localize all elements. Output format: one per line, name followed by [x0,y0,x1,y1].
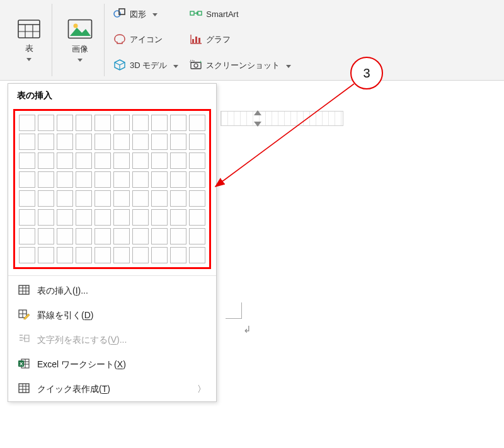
menu-draw-table[interactable]: 罫線を引く(D) [8,303,216,328]
grid-cell[interactable] [94,134,111,150]
grid-cell[interactable] [170,228,186,244]
grid-cell[interactable] [113,228,130,244]
grid-cell[interactable] [94,152,111,169]
grid-cell[interactable] [38,190,54,207]
grid-cell[interactable] [170,171,186,188]
grid-cell[interactable] [19,134,35,150]
grid-cell[interactable] [151,115,168,131]
grid-cell[interactable] [189,209,205,226]
grid-cell[interactable] [38,247,54,263]
grid-cell[interactable] [132,152,149,169]
table-icon [18,285,30,297]
grid-cell[interactable] [19,190,35,207]
grid-cell[interactable] [94,209,111,226]
grid-cell[interactable] [19,152,35,169]
menu-insert-table[interactable]: 表の挿入(I)... [8,279,216,303]
shapes-label: 図形 [130,9,146,20]
first-line-indent-marker[interactable] [254,110,261,115]
grid-cell[interactable] [38,171,54,188]
grid-cell[interactable] [57,134,73,150]
screenshot-button[interactable]: + スクリーンショット [187,59,294,73]
grid-cell[interactable] [57,171,73,188]
grid-cell[interactable] [19,115,35,131]
grid-cell[interactable] [76,190,92,207]
table-button[interactable]: 表 [14,17,44,64]
hanging-indent-marker[interactable] [254,122,261,127]
ruler[interactable] [220,111,343,126]
grid-cell[interactable] [151,247,168,263]
grid-cell[interactable] [19,209,35,226]
grid-cell[interactable] [151,134,168,150]
grid-cell[interactable] [38,134,54,150]
grid-cell[interactable] [132,134,149,150]
grid-cell[interactable] [170,190,186,207]
grid-cell[interactable] [189,115,205,131]
grid-cell[interactable] [19,228,35,244]
grid-cell[interactable] [76,209,92,226]
grid-cell[interactable] [38,115,54,131]
chevron-right-icon: 〉 [197,384,206,395]
grid-cell[interactable] [113,134,130,150]
grid-cell[interactable] [132,209,149,226]
grid-cell[interactable] [19,247,35,263]
model3d-button[interactable]: 3D モデル [111,58,181,74]
grid-cell[interactable] [170,134,186,150]
grid-cell[interactable] [132,115,149,131]
grid-cell[interactable] [132,247,149,263]
grid-cell[interactable] [76,115,92,131]
grid-cell[interactable] [57,209,73,226]
grid-cell[interactable] [189,134,205,150]
grid-cell[interactable] [132,228,149,244]
grid-cell[interactable] [94,228,111,244]
grid-cell[interactable] [189,171,205,188]
grid-cell[interactable] [94,247,111,263]
grid-cell[interactable] [189,247,205,263]
grid-cell[interactable] [94,171,111,188]
icons-button[interactable]: アイコン [111,32,181,48]
grid-cell[interactable] [113,171,130,188]
grid-cell[interactable] [189,190,205,207]
grid-cell[interactable] [151,171,168,188]
grid-cell[interactable] [151,190,168,207]
table-size-grid[interactable] [13,109,211,269]
grid-cell[interactable] [57,247,73,263]
grid-cell[interactable] [38,209,54,226]
grid-cell[interactable] [170,209,186,226]
smartart-button[interactable]: SmartArt [187,7,294,21]
image-button[interactable]: 画像 [64,16,96,64]
grid-cell[interactable] [94,190,111,207]
menu-quick-tables[interactable]: クイック表作成(T) 〉 [8,377,216,401]
grid-cell[interactable] [57,115,73,131]
grid-cell[interactable] [170,115,186,131]
chart-button[interactable]: グラフ [187,33,294,47]
grid-cell[interactable] [189,228,205,244]
grid-cell[interactable] [57,228,73,244]
grid-cell[interactable] [57,190,73,207]
grid-cell[interactable] [76,228,92,244]
grid-cell[interactable] [94,115,111,131]
grid-cell[interactable] [76,152,92,169]
grid-cell[interactable] [132,171,149,188]
grid-cell[interactable] [170,152,186,169]
grid-cell[interactable] [113,190,130,207]
grid-cell[interactable] [38,228,54,244]
grid-cell[interactable] [38,152,54,169]
grid-cell[interactable] [76,247,92,263]
grid-cell[interactable] [113,209,130,226]
grid-cell[interactable] [113,152,130,169]
grid-cell[interactable] [189,152,205,169]
menu-excel-worksheet[interactable]: X Excel ワークシート(X) [8,352,216,377]
grid-cell[interactable] [151,209,168,226]
grid-cell[interactable] [76,134,92,150]
shapes-button[interactable]: 図形 [111,6,181,22]
grid-cell[interactable] [132,190,149,207]
grid-cell[interactable] [151,228,168,244]
grid-cell[interactable] [170,247,186,263]
grid-cell[interactable] [113,115,130,131]
paragraph-mark: ↲ [243,324,251,335]
grid-cell[interactable] [19,171,35,188]
grid-cell[interactable] [76,171,92,188]
grid-cell[interactable] [113,247,130,263]
grid-cell[interactable] [57,152,73,169]
grid-cell[interactable] [151,152,168,169]
